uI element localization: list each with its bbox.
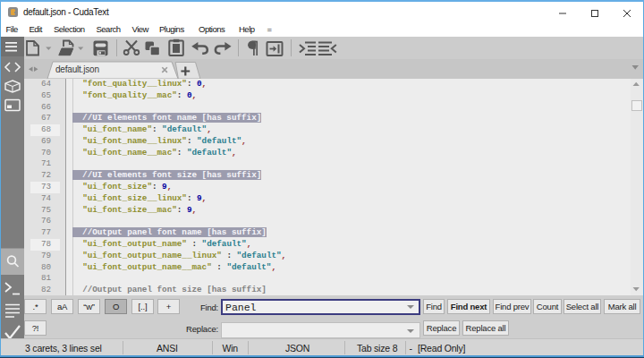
svg-text:default.json: default.json	[55, 64, 99, 74]
